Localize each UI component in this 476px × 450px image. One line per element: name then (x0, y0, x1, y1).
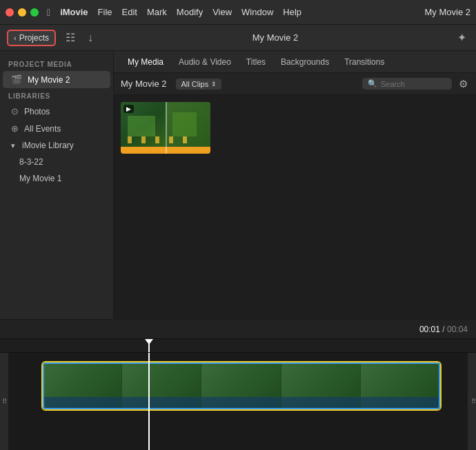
sidebar-item-photos-label: Photos (24, 107, 50, 116)
sidebar-item-8-3-22-label: 8-3-22 (19, 157, 43, 167)
handle-right-icon: ⠿ (471, 398, 475, 405)
thumbnail-overlay: ▶ (123, 105, 134, 113)
sidebar-item-imovie-library[interactable]: ▾ iMovie Library (3, 137, 110, 154)
clip-handle-right[interactable]: ⠿ (468, 353, 476, 450)
clips-selector[interactable]: All Clips ⇕ (176, 79, 221, 90)
timeline-ruler[interactable] (0, 339, 476, 353)
camera-icon: ▶ (126, 105, 131, 112)
menu-help[interactable]: Help (283, 7, 301, 17)
tab-titles[interactable]: Titles (239, 54, 272, 70)
traffic-lights (6, 8, 39, 17)
menu-window[interactable]: Window (241, 7, 273, 17)
sidebar-item-all-events-label: All Events (24, 124, 61, 134)
tabs-bar: My Media Audio & Video Titles Background… (114, 51, 476, 73)
sidebar-item-photos[interactable]: ⊙ Photos (3, 103, 110, 120)
menu-mark[interactable]: Mark (147, 7, 167, 17)
sidebar-item-my-movie-2[interactable]: 🎬 My Movie 2 (3, 71, 110, 88)
sidebar: Project Media 🎬 My Movie 2 Libraries ⊙ P… (0, 51, 114, 319)
toolbar-title: My Movie 2 (252, 32, 298, 43)
clips-arrow-icon: ⇕ (211, 81, 217, 88)
timecode: 00:01 / 00:04 (419, 325, 468, 334)
libraries-label: Libraries (0, 88, 113, 103)
sidebar-item-all-events[interactable]: ⊕ All Events (3, 120, 110, 137)
project-item-label: My Movie 2 (28, 75, 70, 85)
title-bar:  iMovie File Edit Mark Modify View Wind… (0, 0, 476, 25)
timeline-header: 00:01 / 00:04 (0, 320, 476, 339)
video-clip-track[interactable] (41, 361, 442, 411)
search-input[interactable] (381, 80, 443, 88)
clip-frame-2 (122, 362, 201, 409)
clip-frame-4 (281, 362, 361, 409)
window-title: My Movie 2 (425, 7, 470, 17)
current-time: 00:01 (419, 325, 440, 334)
media-title: My Movie 2 (121, 79, 166, 89)
clip-frame-5 (361, 362, 440, 409)
all-events-icon: ⊕ (11, 123, 19, 134)
menu-edit[interactable]: Edit (122, 7, 137, 17)
timecode-separator: / (442, 325, 447, 334)
magic-wand-icon[interactable]: ✦ (455, 30, 469, 45)
sidebar-item-8-3-22[interactable]: 8-3-22 (3, 154, 110, 170)
clip-handle-left[interactable]: ⠿ (0, 353, 8, 450)
menu-bar: iMovie File Edit Mark Modify View Window… (60, 7, 424, 17)
clip-frame-1 (43, 362, 122, 409)
menu-view[interactable]: View (212, 7, 232, 17)
clip-divider (166, 102, 167, 154)
timeline-area: 00:01 / 00:04 ⠿ ⠿ (0, 320, 476, 450)
search-icon: 🔍 (368, 79, 377, 88)
timeline-tracks[interactable]: ⠿ ⠿ (0, 353, 476, 450)
media-grid[interactable]: ▶ (114, 95, 476, 319)
imovie-library-label: iMovie Library (22, 141, 74, 150)
total-time: 00:04 (447, 325, 468, 334)
tab-audio-video[interactable]: Audio & Video (172, 54, 238, 70)
timeline-playhead-line (148, 353, 150, 450)
tab-transitions[interactable]: Transitions (337, 54, 391, 70)
minimize-button[interactable] (18, 8, 26, 17)
menu-imovie[interactable]: iMovie (60, 7, 88, 17)
film-icon: 🎬 (11, 74, 22, 85)
projects-label: Projects (19, 33, 49, 43)
handle-left-icon: ⠿ (2, 398, 6, 405)
menu-modify[interactable]: Modify (177, 7, 203, 17)
menu-file[interactable]: File (98, 7, 112, 17)
sidebar-item-my-movie-1-label: My Movie 1 (19, 174, 61, 183)
toolbar: ‹ Projects ☷ ↓ My Movie 2 ✦ (0, 25, 476, 51)
tab-backgrounds[interactable]: Backgrounds (274, 54, 336, 70)
clips-selector-label: All Clips (181, 80, 208, 88)
import-icon[interactable]: ↓ (85, 30, 96, 45)
apple-logo-icon:  (47, 7, 50, 18)
projects-button[interactable]: ‹ Projects (7, 30, 56, 46)
close-button[interactable] (6, 8, 14, 17)
sidebar-item-my-movie-1[interactable]: My Movie 1 (3, 170, 110, 187)
search-box[interactable]: 🔍 (362, 78, 452, 90)
grid-view-icon[interactable]: ☷ (63, 30, 78, 45)
tab-my-media[interactable]: My Media (121, 54, 170, 70)
playhead[interactable] (148, 339, 150, 352)
main-content: My Media Audio & Video Titles Background… (114, 51, 476, 319)
media-toolbar: My Movie 2 All Clips ⇕ 🔍 ⚙ (114, 73, 476, 95)
settings-icon[interactable]: ⚙ (457, 76, 469, 92)
photos-icon: ⊙ (11, 106, 19, 116)
clip-frame-3 (201, 362, 281, 409)
content-area: Project Media 🎬 My Movie 2 Libraries ⊙ P… (0, 51, 476, 320)
project-media-label: Project Media (0, 57, 113, 71)
video-thumbnail[interactable]: ▶ (121, 102, 210, 154)
chevron-left-icon: ‹ (14, 34, 17, 42)
fullscreen-button[interactable] (30, 8, 39, 17)
